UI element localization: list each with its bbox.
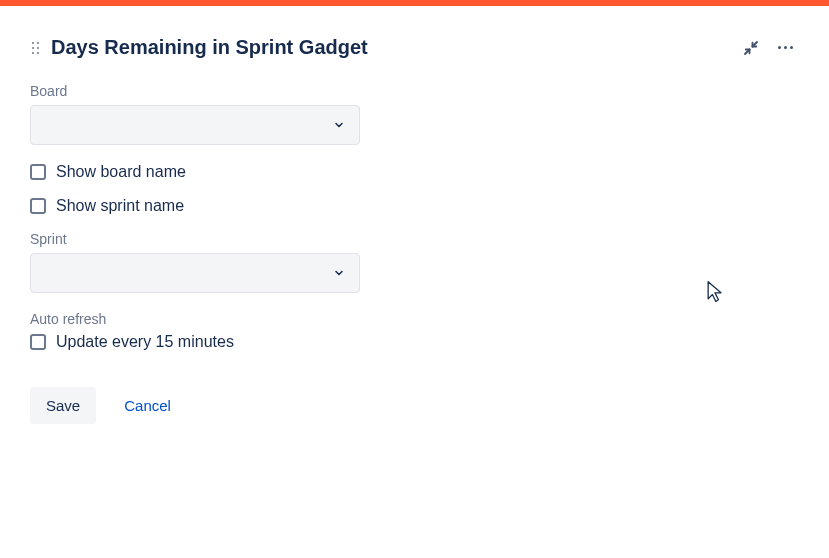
gadget-header-left: Days Remaining in Sprint Gadget — [30, 36, 368, 59]
board-select[interactable] — [30, 105, 360, 145]
show-sprint-name-row: Show sprint name — [30, 197, 799, 215]
board-field-group: Board — [30, 83, 799, 145]
action-buttons: Save Cancel — [30, 387, 799, 424]
sprint-label: Sprint — [30, 231, 799, 247]
more-menu-icon[interactable] — [778, 46, 793, 49]
show-sprint-name-checkbox[interactable] — [30, 198, 46, 214]
gadget-container: Days Remaining in Sprint Gadget Board — [0, 6, 829, 444]
gadget-header-actions — [742, 39, 799, 57]
save-button[interactable]: Save — [30, 387, 96, 424]
minimize-icon[interactable] — [742, 39, 760, 57]
show-board-name-row: Show board name — [30, 163, 799, 181]
update-every-checkbox[interactable] — [30, 334, 46, 350]
show-board-name-label: Show board name — [56, 163, 186, 181]
autorefresh-group: Auto refresh Update every 15 minutes — [30, 311, 799, 351]
board-label: Board — [30, 83, 799, 99]
update-every-row: Update every 15 minutes — [30, 333, 799, 351]
sprint-select[interactable] — [30, 253, 360, 293]
chevron-down-icon — [333, 267, 345, 279]
chevron-down-icon — [333, 119, 345, 131]
autorefresh-label: Auto refresh — [30, 311, 799, 327]
cancel-button[interactable]: Cancel — [124, 397, 171, 414]
gadget-title: Days Remaining in Sprint Gadget — [51, 36, 368, 59]
gadget-header: Days Remaining in Sprint Gadget — [30, 26, 799, 83]
show-board-name-checkbox[interactable] — [30, 164, 46, 180]
update-every-label: Update every 15 minutes — [56, 333, 234, 351]
sprint-field-group: Sprint — [30, 231, 799, 293]
drag-handle-icon[interactable] — [30, 40, 41, 56]
show-sprint-name-label: Show sprint name — [56, 197, 184, 215]
